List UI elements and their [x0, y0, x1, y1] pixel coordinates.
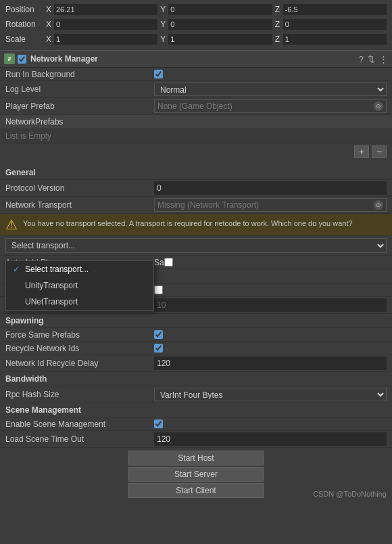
auto-add-note: Sa: [154, 258, 164, 267]
rotation-x-axis: X: [46, 20, 54, 29]
recycle-delay-input[interactable]: [154, 357, 387, 370]
network-transport-value: Missing (Network Transport): [157, 200, 259, 210]
bandwidth-section-header: Bandwidth: [0, 372, 392, 386]
help-icon[interactable]: ?: [359, 54, 364, 64]
player-prefab-row: Player Prefab None (Game Object) ⊙: [0, 98, 392, 115]
recycle-delay-row: Network Id Recycle Delay: [0, 355, 392, 372]
component-actions: ? ⇅ ⋮: [359, 54, 388, 64]
rotation-x-input[interactable]: [54, 19, 157, 30]
general-section-header: General: [0, 166, 392, 180]
empty-checkmark2: [13, 297, 21, 307]
load-timeout-row: Load Scene Time Out: [0, 431, 392, 448]
rotation-z-input[interactable]: [283, 19, 387, 30]
select-transport-dropdown[interactable]: Select transport...: [5, 238, 387, 253]
component-title: Network Manager: [30, 54, 359, 64]
scale-x-input[interactable]: [54, 34, 157, 45]
player-prefab-select-btn[interactable]: ⊙: [374, 101, 383, 111]
recycle-ids-checkbox[interactable]: [154, 344, 163, 353]
protocol-version-input[interactable]: [154, 181, 387, 195]
enable-scene-row: Enable Scene Management: [0, 417, 392, 431]
scale-z-axis: Z: [275, 35, 283, 44]
scale-z-input[interactable]: [283, 34, 387, 45]
rpc-hash-label: Rpc Hash Size: [5, 390, 154, 399]
player-prefab-value: None (Game Object): [157, 101, 232, 111]
force-same-prefabs-label: Force Same Prefabs: [5, 330, 154, 340]
position-x-field: X: [46, 4, 157, 15]
recycle-network-ids-row: Recycle Network Ids: [0, 342, 392, 355]
scale-label: Scale: [5, 35, 46, 44]
spacer1: [0, 160, 392, 166]
scene-section-header: Scene Management: [0, 403, 392, 417]
list-empty-row: List is Empty: [0, 129, 392, 143]
position-label: Position: [5, 5, 46, 14]
warning-text: You have no transport selected. A transp…: [23, 218, 353, 229]
network-transport-label: Network Transport: [5, 200, 154, 210]
log-level-dropdown[interactable]: Normal: [154, 83, 387, 96]
force-same-prefabs-checkbox[interactable]: [154, 330, 163, 339]
log-level-row: Log Level Normal: [0, 81, 392, 98]
buffer-timeout-input[interactable]: [154, 298, 387, 312]
transport-option-select[interactable]: ✓ Select transport...: [6, 261, 153, 277]
rpc-hash-row: Rpc Hash Size VarInt Four Bytes: [0, 386, 392, 403]
load-timeout-label: Load Scene Time Out: [5, 434, 154, 444]
network-transport-row: Network Transport Missing (Network Trans…: [0, 197, 392, 214]
checkmark-icon: ✓: [13, 265, 21, 274]
rotation-y-input[interactable]: [168, 19, 272, 30]
position-y-input[interactable]: [168, 4, 272, 15]
load-timeout-input[interactable]: [154, 432, 387, 446]
protocol-version-row: Protocol Version: [0, 180, 392, 197]
position-z-axis: Z: [275, 5, 283, 14]
network-transport-select-btn[interactable]: ⊙: [374, 200, 383, 210]
transport-option-unet-label: UNetTransport: [25, 297, 78, 307]
position-z-input[interactable]: [283, 4, 387, 15]
empty-checkmark1: [13, 281, 21, 290]
start-client-button[interactable]: Start Client: [128, 483, 264, 498]
transport-dropdown-popup: ✓ Select transport... UnityTransport UNe…: [5, 260, 154, 311]
rotation-label: Rotation: [5, 20, 46, 29]
transport-option-unity-label: UnityTransport: [25, 281, 78, 290]
run-in-background-label: Run In Background: [5, 70, 154, 79]
enable-scene-label: Enable Scene Management: [5, 420, 154, 429]
component-icon: #: [4, 53, 15, 64]
run-in-background-row: Run In Background: [0, 68, 392, 81]
scale-row: Scale X Y Z: [5, 32, 387, 46]
rotation-row: Rotation X Y Z: [5, 18, 387, 31]
rpc-hash-dropdown[interactable]: VarInt Four Bytes: [154, 388, 387, 401]
position-row: Position X Y Z: [5, 3, 387, 16]
position-x-axis: X: [46, 5, 54, 14]
auto-add-player-checkbox[interactable]: [164, 258, 173, 267]
list-empty-label: List is Empty: [5, 131, 51, 141]
network-transport-field[interactable]: Missing (Network Transport) ⊙: [154, 198, 387, 212]
layout-icon[interactable]: ⇅: [368, 54, 375, 64]
scale-y-axis: Y: [160, 35, 168, 44]
player-prefab-field[interactable]: None (Game Object) ⊙: [154, 99, 387, 113]
start-host-button[interactable]: Start Host: [128, 451, 264, 466]
transport-option-unity[interactable]: UnityTransport: [6, 277, 153, 294]
recycle-delay-label: Network Id Recycle Delay: [5, 359, 154, 368]
scale-y-input[interactable]: [168, 34, 272, 45]
enable-scene-checkbox[interactable]: [154, 420, 163, 428]
remove-list-item-button[interactable]: −: [372, 145, 387, 158]
force-same-prefabs-row: Force Same Prefabs: [0, 328, 392, 342]
position-z-field: Z: [275, 4, 387, 15]
position-x-input[interactable]: [54, 4, 157, 15]
position-y-field: Y: [160, 4, 272, 15]
transport-option-unet[interactable]: UNetTransport: [6, 294, 153, 310]
add-list-item-button[interactable]: +: [354, 145, 369, 158]
watermark: CSDN @ToDoNothing: [313, 490, 387, 498]
menu-icon[interactable]: ⋮: [379, 54, 388, 64]
recycle-network-ids-label: Recycle Network Ids: [5, 344, 154, 353]
position-y-axis: Y: [160, 5, 168, 14]
network-prefabs-label: NetworkPrefabs: [5, 117, 63, 127]
rotation-z-axis: Z: [275, 20, 283, 29]
component-header: # Network Manager ? ⇅ ⋮: [0, 50, 392, 68]
transport-option-select-label: Select transport...: [25, 265, 89, 274]
start-server-button[interactable]: Start Server: [128, 467, 264, 482]
spawning-section-header: Spawning: [0, 314, 392, 328]
connection-approval-checkbox[interactable]: [154, 286, 163, 294]
transform-section: Position X Y Z Rotation: [0, 0, 392, 50]
warning-icon: ⚠: [5, 218, 18, 231]
component-enabled-checkbox[interactable]: [18, 55, 26, 64]
player-prefab-label: Player Prefab: [5, 101, 154, 111]
run-in-background-checkbox[interactable]: [154, 70, 163, 78]
